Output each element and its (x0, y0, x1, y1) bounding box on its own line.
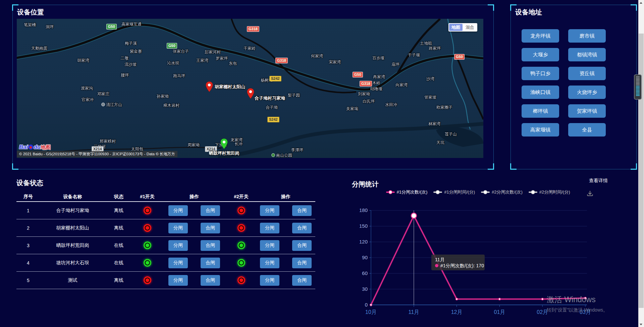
close-button[interactable]: 合闸 (201, 240, 220, 251)
baidu-map[interactable]: 笔架槽洞坪高家堰互通天鹅抱蛋胡家湾梅子溪紫金寨二墩张家台子彭家河村千家岭王家湾罗… (17, 19, 483, 158)
baidu-paw-icon (28, 145, 33, 150)
map-place-label: 庙坪 (391, 62, 399, 67)
map-place-label: 梅子溪 (125, 41, 137, 46)
device-name: 胡家棚村太阳山 (40, 225, 105, 231)
switch2-actions: 分闸合闸 (256, 258, 315, 268)
device-status-table: 序号设备名称状态#1开关操作#2开关操作 1合子坳村习家坳离线分闸合闸分闸合闸2… (16, 192, 315, 289)
map-place-label: 樟木岩村 (163, 103, 179, 108)
table-header-row: 序号设备名称状态#1开关操作#2开关操作 (16, 192, 315, 202)
svg-text:150: 150 (359, 223, 368, 229)
map-place-label: 千家岭 (244, 46, 256, 51)
map-place-label: 长冲 (234, 141, 243, 147)
trip-button[interactable]: 分闸 (260, 275, 279, 286)
trip-button[interactable]: 分闸 (168, 205, 188, 216)
page-title-device-status: 设备状态 (16, 178, 318, 187)
map-place-label: 何家湾 (311, 53, 323, 59)
switch2-actions: 分闸合闸 (256, 240, 315, 251)
scrollbar-up-arrow[interactable] (638, 0, 644, 6)
map-type-button-map[interactable]: 地图 (449, 24, 463, 31)
map-pin[interactable] (205, 81, 213, 93)
road-shield-G50: G50 (353, 72, 363, 77)
trip-button[interactable]: 分闸 (168, 275, 188, 286)
address-button[interactable]: 火烧坪乡 (568, 86, 606, 99)
map-place-label: 跑马坪 (173, 73, 185, 79)
switch2-cell (226, 224, 256, 232)
address-button[interactable]: 鸭子口乡 (522, 67, 559, 80)
vertical-scrollbar[interactable] (638, 0, 644, 327)
switch1-indicator-red (144, 276, 151, 284)
park-icon (271, 153, 275, 157)
svg-text:03月: 03月 (580, 309, 591, 315)
map-place-label: 清江方山 (101, 102, 122, 108)
trip-statistics-section: 分闸统计 查看详情 #1分闸次数/(次)#1分闸时间/(分)#2分闸次数/(次)… (345, 177, 610, 327)
tooltip-series-dot (435, 264, 438, 267)
address-button[interactable]: 大堰乡 (522, 48, 559, 61)
map-place-label: 邓家庄 (97, 91, 109, 97)
map-place-label: 孙家坳 (157, 94, 169, 99)
table-row: 5测试离线分闸合闸分闸合闸 (16, 272, 315, 289)
map-pin[interactable] (247, 88, 255, 99)
close-button[interactable]: 合闸 (201, 258, 220, 268)
map-place-label: 东包 (229, 61, 237, 66)
map-place-label: 李潭坪 (291, 147, 303, 153)
switch1-indicator-red (144, 207, 151, 214)
trip-button[interactable]: 分闸 (260, 205, 279, 216)
address-button[interactable]: 贺家坪镇 (568, 104, 606, 118)
close-button[interactable]: 合闸 (292, 240, 312, 251)
close-button[interactable]: 合闸 (292, 205, 312, 216)
trip-button[interactable]: 分闸 (260, 258, 279, 268)
map-place-label: 刘家坳 (358, 91, 370, 97)
switch2-actions: 分闸合闸 (256, 275, 315, 286)
trip-button[interactable]: 分闸 (168, 258, 188, 268)
table-row: 3晒鼓坪村荒田岗在线分闸合闸分闸合闸 (16, 237, 315, 254)
map-place-label: 梨子园 (288, 93, 300, 98)
svg-text:10月: 10月 (365, 309, 377, 315)
address-button[interactable]: 渔峡口镇 (522, 86, 559, 99)
map-place-label: 吴家垴 (346, 106, 358, 112)
switch1-cell (132, 259, 162, 267)
map-place-label: 天坑 (436, 140, 444, 146)
address-button[interactable]: 都镇湾镇 (568, 48, 606, 61)
close-button[interactable]: 合闸 (292, 258, 312, 268)
device-name: 塘坊河村大石坝 (40, 260, 105, 266)
switch1-indicator-red (144, 224, 151, 232)
mountain-icon (101, 103, 105, 106)
close-button[interactable]: 合闸 (292, 223, 312, 233)
map-place-label: 林家湾 (428, 121, 440, 127)
map-place-label: 管家坡 (424, 95, 436, 100)
map-place-label: 路家坪 (429, 46, 441, 51)
address-button[interactable]: 磨市镇 (568, 29, 606, 43)
road-shield-G318: G318 (247, 26, 259, 32)
map-place-label: 周家坳 (187, 142, 200, 148)
trip-button[interactable]: 分闸 (260, 240, 279, 251)
road-shield-G50: G50 (106, 24, 117, 30)
map-place-label: 彭家河村 (205, 49, 221, 55)
map-type-button-hybrid[interactable]: 混合 (463, 24, 477, 31)
svg-text:90: 90 (362, 255, 368, 260)
scrollbar-down-arrow[interactable] (638, 321, 644, 327)
scroll-indicator-widget[interactable] (634, 74, 642, 100)
trip-button[interactable]: 分闸 (168, 240, 188, 251)
svg-text:01月: 01月 (494, 309, 505, 315)
address-button[interactable]: 龙舟坪镇 (522, 29, 559, 43)
corner-decoration (631, 4, 637, 11)
address-button[interactable]: 资丘镇 (568, 67, 606, 80)
table-row: 2胡家棚村太阳山离线分闸合闸分闸合闸 (16, 219, 315, 237)
table-column-header: #1开关 (132, 194, 162, 200)
close-button[interactable]: 合闸 (201, 223, 220, 233)
map-pin[interactable] (220, 138, 228, 150)
trip-button[interactable]: 分闸 (260, 223, 279, 233)
close-button[interactable]: 合闸 (292, 275, 312, 286)
close-button[interactable]: 合闸 (201, 205, 220, 216)
close-button[interactable]: 合闸 (201, 275, 220, 286)
page-title-device-address: 设备地址 (515, 8, 542, 17)
map-place-label: 咕噜垭 (370, 86, 382, 92)
address-button[interactable]: 榔坪镇 (522, 104, 559, 118)
address-button[interactable]: 全县 (568, 123, 606, 137)
trip-button[interactable]: 分闸 (168, 223, 188, 233)
switch1-actions: 分闸合闸 (162, 240, 226, 251)
switch2-indicator-red (237, 224, 245, 232)
address-button[interactable]: 高家堰镇 (522, 123, 559, 137)
device-location-panel: 设备位置 笔架槽洞坪高家堰互通天鹅抱蛋胡家湾梅子溪紫金寨二墩张家台子彭家河村 (12, 5, 494, 169)
map-attribution: © 2021 Baidu - GS(2019)5218号 - 甲测资字11009… (17, 151, 177, 157)
